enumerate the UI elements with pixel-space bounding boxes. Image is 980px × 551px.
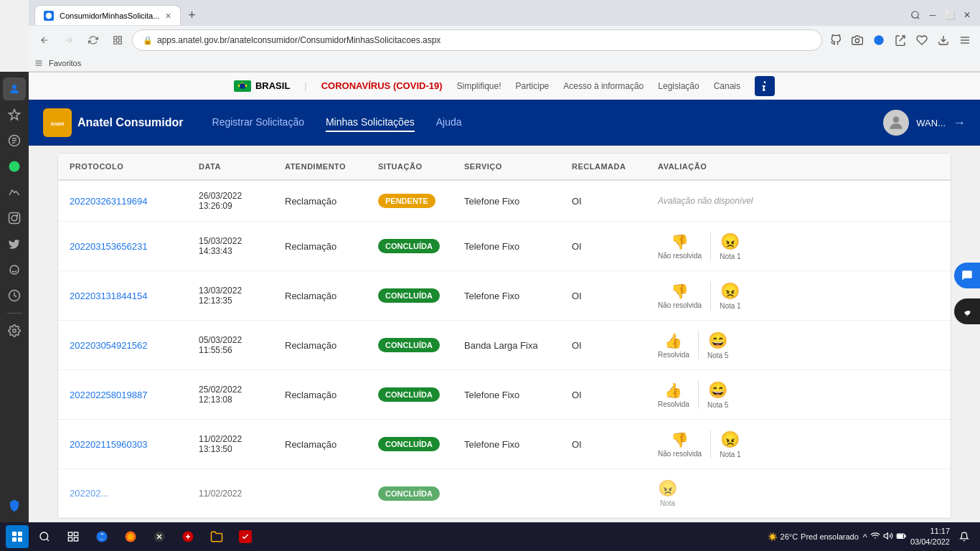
sad-face-icon: 😠 [720,430,740,449]
atendimento-cell: Reclamação [285,291,378,301]
taskbar-app3[interactable] [232,524,258,550]
reload-button[interactable] [83,30,103,50]
covid-link[interactable]: CORONAVÍRUS (COVID-19) [321,80,443,91]
close-button[interactable]: ✕ [960,8,974,22]
protocol-link[interactable]: 202203263119694 [70,196,147,207]
resolucao-label: Resolvida [658,400,689,408]
chat-float-button[interactable] [954,263,980,288]
rating-divider [698,331,699,359]
svg-rect-13 [114,41,117,44]
edge-icon[interactable] [870,31,888,50]
flag-icon [234,80,251,92]
minimize-button[interactable]: ─ [925,8,940,22]
resolucao-group[interactable]: 👍 Resolvida [658,382,689,408]
taskbar-app1[interactable] [146,524,172,550]
start-sq2 [18,532,22,536]
resolucao-group[interactable]: 👎 Não resolvida [658,283,702,309]
tray-battery[interactable] [896,531,906,543]
start-button[interactable] [6,525,29,548]
gov-link-participe[interactable]: Participe [516,81,550,91]
new-tab-button[interactable]: + [184,6,201,24]
reclamada-cell: OI [572,241,658,252]
nota-group[interactable]: 😄 Nota 5 [707,381,728,409]
protocol-link[interactable]: 202202115960303 [70,439,147,450]
sidebar-icon-twitter[interactable] [3,232,26,255]
sidebar-icon-instagram[interactable] [3,207,26,230]
nota-group[interactable]: 😄 Nota 5 [707,331,728,359]
weather-desc: Pred ensolarado [801,532,859,541]
sidebar-icon-history[interactable] [3,284,26,307]
edge-extensions-icon[interactable] [826,31,845,50]
svg-point-6 [17,215,18,217]
protocol-link[interactable]: 202203153656231 [70,241,147,252]
menu-icon[interactable] [956,31,974,50]
taskbar-app2[interactable] [175,524,201,550]
sidebar-icon-profile[interactable] [3,77,26,100]
taskbar-files[interactable] [204,524,230,550]
tab-close-button[interactable]: × [165,11,171,21]
taskbar-edge[interactable] [89,524,115,550]
svg-point-24 [966,315,967,316]
anatel-logo: Anatel Anatel Consumidor [43,108,184,137]
tray-network[interactable] [870,531,880,543]
protocolo-cell: 202203153656231 [70,241,199,252]
date-cell: 25/02/2022 12:13:08 [199,385,285,405]
apps-button[interactable] [108,30,128,50]
nota-group[interactable]: 😠 Nota 1 [720,430,740,458]
start-icon [12,532,22,542]
resolucao-group[interactable]: 👎 Não resolvida [658,431,702,458]
rating-divider [710,232,711,260]
sidebar-icon-chat[interactable] [3,129,26,152]
favorites-icon[interactable] [913,31,931,50]
nav-ajuda[interactable]: Ajuda [436,113,462,132]
gov-link-canais[interactable]: Canais [714,81,740,91]
atendimento-cell: Reclamação [285,340,378,351]
sidebar-icon-security[interactable] [3,494,26,517]
tray-sound[interactable] [883,531,893,543]
start-sq3 [12,537,17,542]
sidebar-icon-likes[interactable] [3,258,26,281]
atendimento-cell: Reclamação [285,196,378,207]
taskbar-task-view[interactable] [60,524,86,550]
sidebar-icon-whatsapp[interactable] [3,155,26,178]
resolucao-group[interactable]: 👎 Não resolvida [658,233,702,260]
protocol-link[interactable]: 202203131844154 [70,291,147,301]
url-text: apps.anatel.gov.br/anatelconsumidor/Cons… [157,35,811,45]
gov-link-simplifique[interactable]: Simplifique! [457,81,501,91]
protocol-link[interactable]: 202202... [70,488,108,499]
nota-group[interactable]: 😠 Nota 1 [720,282,740,310]
system-tray: ☀️ 26°C Pred ensolarado ^ 11:17 03/04/20… [768,526,974,548]
nav-registrar[interactable]: Registrar Solicitação [212,113,304,132]
search-button[interactable] [908,8,923,22]
resolucao-group[interactable]: 👍 Resolvida [658,332,689,359]
forward-button[interactable] [59,30,79,50]
back-button[interactable] [34,30,55,50]
protocol-link[interactable]: 202203054921562 [70,340,147,351]
download-icon[interactable] [934,31,953,50]
taskbar-search[interactable] [32,524,57,550]
active-tab[interactable]: ConsumidorMinhasSolicita... × [34,5,181,25]
protocol-link[interactable]: 202202258019887 [70,390,147,400]
lock-icon: 🔒 [143,36,153,45]
logout-icon[interactable]: → [953,116,966,131]
tray-chevron[interactable]: ^ [863,532,867,542]
status-badge-concluida: CONCLUÍDA [378,437,440,451]
camera-icon[interactable] [848,31,867,50]
nota-group[interactable]: 😠 Nota 1 [720,232,740,260]
share-icon[interactable] [891,31,910,50]
nav-minhas-solicitacoes[interactable]: Minhas Solicitações [326,113,415,132]
notification-button[interactable] [954,527,974,547]
help-float-button[interactable] [954,298,980,324]
gov-link-acesso[interactable]: Acesso à informação [563,81,644,91]
address-bar[interactable]: 🔒 apps.anatel.gov.br/anatelconsumidor/Co… [132,29,822,51]
sidebar-icon-settings[interactable] [3,319,26,342]
avaliacao-cell: Avaliação não disponível [658,196,787,206]
maximize-button[interactable]: ⬜ [943,8,957,22]
sidebar-icon-travel[interactable] [3,181,26,204]
resolucao-label: Não resolvida [658,252,702,260]
system-clock[interactable]: 11:17 03/04/2022 [910,526,950,548]
accessibility-button[interactable] [755,76,775,96]
gov-link-legislacao[interactable]: Legislação [658,81,699,91]
sidebar-icon-favorites[interactable] [3,103,26,126]
taskbar-firefox[interactable] [118,524,143,550]
